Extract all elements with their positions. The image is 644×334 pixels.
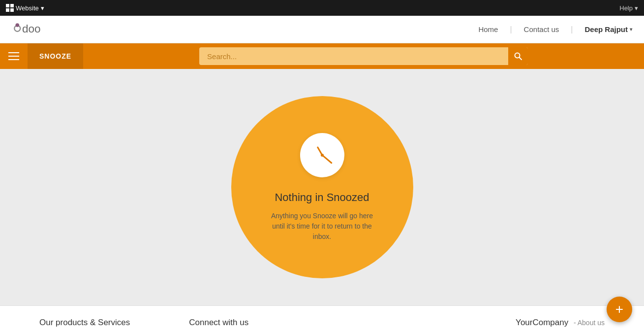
- help-label: Help: [619, 4, 633, 12]
- main-nav: doo Home | Contact us | Deep Rajput ▾: [0, 16, 644, 43]
- footer-col-products: Our products & Services: [39, 318, 130, 328]
- fab-button[interactable]: +: [607, 297, 632, 322]
- search-input[interactable]: [199, 47, 528, 65]
- main-content: Nothing in Snoozed Anything you Snooze w…: [0, 69, 644, 305]
- footer-col-connect: Connect with us: [189, 318, 248, 328]
- footer-about-link[interactable]: - About us: [574, 319, 605, 327]
- nav-links: Home | Contact us | Deep Rajput ▾: [478, 25, 632, 34]
- orange-toolbar: SNOOZE: [0, 43, 644, 69]
- hamburger-menu-button[interactable]: [0, 43, 28, 69]
- nav-divider: |: [510, 25, 512, 34]
- footer-company-name: YourCompany: [516, 318, 568, 327]
- empty-state-title: Nothing in Snoozed: [275, 191, 369, 204]
- windows-icon: [6, 4, 14, 12]
- clock-icon: [300, 133, 344, 177]
- admin-bar: Website ▾ Help ▾: [0, 0, 644, 16]
- home-link[interactable]: Home: [478, 25, 498, 33]
- svg-text:doo: doo: [22, 23, 41, 35]
- contact-link[interactable]: Contact us: [524, 25, 559, 33]
- help-caret: ▾: [635, 4, 638, 12]
- snooze-circle: Nothing in Snoozed Anything you Snooze w…: [231, 96, 413, 278]
- search-icon: [514, 52, 522, 60]
- clock-face: [305, 138, 339, 172]
- svg-line-4: [520, 58, 522, 60]
- website-button[interactable]: Website ▾: [6, 4, 44, 12]
- admin-bar-right: Help ▾: [619, 4, 638, 12]
- admin-bar-left: Website ▾: [6, 4, 44, 12]
- clock-center-dot: [321, 154, 324, 157]
- nav-divider2: |: [571, 25, 573, 34]
- help-button[interactable]: Help ▾: [619, 4, 638, 12]
- website-label: Website: [16, 4, 39, 12]
- odoo-logo-svg: doo: [12, 20, 71, 39]
- footer-connect-title: Connect with us: [189, 318, 248, 328]
- fab-icon: +: [615, 301, 623, 317]
- footer-col-company: YourCompany - About us: [516, 318, 605, 328]
- user-menu-button[interactable]: Deep Rajput ▾: [584, 25, 632, 33]
- odoo-logo[interactable]: doo: [12, 20, 71, 39]
- search-container: [191, 47, 536, 65]
- search-box: [199, 47, 528, 65]
- hamburger-icon: [8, 52, 19, 60]
- footer: Our products & Services Connect with us …: [0, 305, 644, 334]
- footer-company-title: YourCompany - About us: [516, 318, 605, 328]
- search-button[interactable]: [508, 47, 528, 65]
- user-name: Deep Rajput: [584, 25, 628, 33]
- website-caret: ▾: [41, 4, 44, 12]
- svg-point-1: [16, 23, 20, 27]
- footer-products-title: Our products & Services: [39, 318, 130, 328]
- snooze-label: SNOOZE: [28, 43, 83, 69]
- user-caret-icon: ▾: [630, 27, 632, 32]
- empty-state-description: Anything you Snooze will go here until i…: [268, 211, 376, 242]
